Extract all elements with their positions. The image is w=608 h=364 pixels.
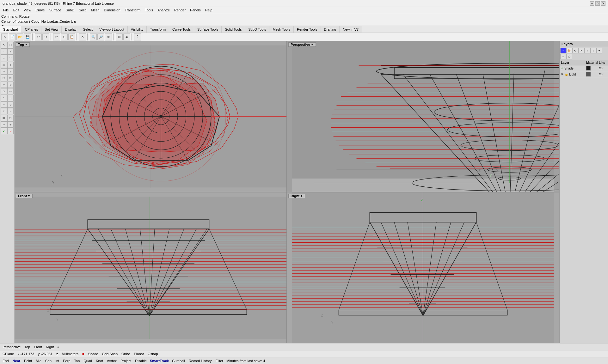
tab-visibility[interactable]: Visibility [128,26,147,33]
toolbar-copy[interactable]: ⎘ [61,33,68,40]
left-tool-polyline[interactable]: ⌇ [7,62,14,68]
viewport-front-label[interactable]: Front ▼ [16,194,33,198]
menu-tools[interactable]: Tools [143,8,155,13]
tab-display[interactable]: Display [62,26,80,33]
snap-disable[interactable]: Disable [134,359,147,363]
viewport-perspective-label[interactable]: Perspective ▼ [288,42,316,47]
layers-btn-filter[interactable]: ▼ [596,48,602,53]
left-tool-line[interactable]: ╱ [7,48,14,55]
left-tool-text[interactable]: T [1,108,7,114]
bottom-tab-top[interactable]: Top [24,345,31,349]
menu-view[interactable]: View [22,8,33,13]
left-tool-dim[interactable]: ↔ [7,108,14,114]
left-tool-solid[interactable]: ◫ [7,75,14,81]
viewport-top[interactable]: Top ▼ y x [15,41,286,192]
snap-int[interactable]: Int [55,359,60,363]
viewport-front[interactable]: Front ▼ z y [15,192,286,343]
left-tool-offset[interactable]: ⊙ [7,101,14,108]
menu-solid[interactable]: Solid [77,8,88,13]
planar-label[interactable]: Planar [134,352,144,356]
snap-perp[interactable]: Perp [62,359,71,363]
toolbar-open[interactable]: 📂 [16,33,23,40]
snap-end[interactable]: End [2,359,9,363]
left-tool-extend[interactable]: ⇢ [7,95,14,101]
snap-knot[interactable]: Knot [95,359,104,363]
tab-standard[interactable]: Standard [0,26,22,33]
tab-cplanes[interactable]: CPlanes [22,26,42,33]
menu-render[interactable]: Render [172,8,187,13]
bottom-tab-right[interactable]: Right [45,345,55,349]
toolbar-cut[interactable]: ✂ [53,33,60,40]
menu-mesh[interactable]: Mesh [89,8,101,13]
snap-near[interactable]: Near [12,359,21,363]
left-tool-fillet[interactable]: ⌢ [1,101,7,108]
layers-btn-color[interactable]: 🎨 [566,48,572,53]
layers-btn-delete[interactable]: ✕ [578,48,584,53]
viewport-perspective[interactable]: Perspective ▼ z y x [287,41,559,192]
bottom-tab-perspective[interactable]: Perspective [2,345,21,349]
shade-check[interactable]: ✓ [561,67,563,70]
toolbar-redo[interactable]: ↪ [42,33,49,40]
menu-subd[interactable]: SubD [64,8,77,13]
toolbar-new[interactable]: 📄 [9,33,16,40]
left-tool-snap[interactable]: ⊹ [1,121,7,128]
left-tool-rotate[interactable]: ↻ [7,82,14,88]
menu-edit[interactable]: Edit [11,8,21,13]
left-tool-block[interactable]: ▢ [7,115,14,121]
menu-analyze[interactable]: Analyze [156,8,172,13]
snap-point[interactable]: Point [23,359,33,363]
left-tool-scale[interactable]: ⇲ [1,88,7,94]
layers-btn-move-up[interactable]: ↑ [584,48,590,53]
tab-subd-tools[interactable]: SubD Tools [245,26,269,33]
left-tool-curve[interactable]: ∿ [1,68,7,75]
tab-drafting[interactable]: Drafting [321,26,340,33]
left-tool-spline[interactable]: ⌀ [7,68,14,75]
snap-mid[interactable]: Mid [35,359,42,363]
viewport-right-label[interactable]: Right ▼ [288,194,305,198]
menu-file[interactable]: File [1,8,11,13]
menu-panels[interactable]: Panels [188,8,203,13]
menu-curve[interactable]: Curve [34,8,46,13]
layers-btn-more[interactable]: ≡ [560,54,566,59]
toolbar-zoom-in[interactable]: 🔍 [90,33,97,40]
left-tool-mirror[interactable]: ⇔ [7,88,14,94]
toolbar-paste[interactable]: 📋 [68,33,75,40]
light-eye[interactable]: 👁 [561,73,564,76]
tab-render-tools[interactable]: Render Tools [294,26,321,33]
gumball-label[interactable]: Gumball [171,359,186,363]
left-tool-lasso[interactable]: ⬡ [7,42,14,48]
tab-mesh-tools[interactable]: Mesh Tools [269,26,293,33]
tab-surface-tools[interactable]: Surface Tools [194,26,222,33]
layer-row-light[interactable]: 👁 🔒 Light Cor [560,71,608,77]
light-lock[interactable]: 🔒 [565,73,568,76]
viewport-top-label[interactable]: Top ▼ [16,42,30,47]
left-tool-arrow[interactable]: ↖ [1,42,7,48]
tab-transform[interactable]: Transform [147,26,169,33]
toolbar-save[interactable]: 💾 [24,33,31,40]
layers-btn-new[interactable]: + [560,48,566,53]
bottom-tab-add[interactable]: ● [57,345,59,349]
menu-surface[interactable]: Surface [47,8,63,13]
smarttrack-label[interactable]: SmartTrack [150,359,169,363]
left-tool-cancel[interactable]: ✕ [7,128,14,134]
layers-btn-settings[interactable]: ⚙ [572,48,578,53]
tab-curve-tools[interactable]: Curve Tools [169,26,194,33]
filter-label[interactable]: Filter [215,359,224,363]
tab-new-v7[interactable]: New in V7 [340,26,362,33]
shade-mode-label[interactable]: Shade [88,352,98,356]
toolbar-select[interactable]: ↖ [1,33,8,40]
grid-snap-label[interactable]: Grid Snap [102,352,118,356]
left-tool-osnap[interactable]: ⊗ [7,121,14,128]
layer-row-shade[interactable]: ✓ Shade Cor [560,65,608,71]
left-tool-arc[interactable]: ⌒ [7,55,14,61]
bottom-tab-front[interactable]: Front [33,345,43,349]
snap-cen[interactable]: Cen [45,359,52,363]
maximize-button[interactable]: □ [595,1,600,6]
left-tool-trim[interactable]: ✁ [1,95,7,101]
toolbar-zoom-out[interactable]: 🔎 [97,33,104,40]
tab-viewport-layout[interactable]: Viewport Layout [96,26,128,33]
tab-solid-tools[interactable]: Solid Tools [222,26,245,33]
tab-setview[interactable]: Set View [41,26,62,33]
left-tool-ok[interactable]: ✓ [1,128,7,134]
ortho-label[interactable]: Ortho [121,352,130,356]
